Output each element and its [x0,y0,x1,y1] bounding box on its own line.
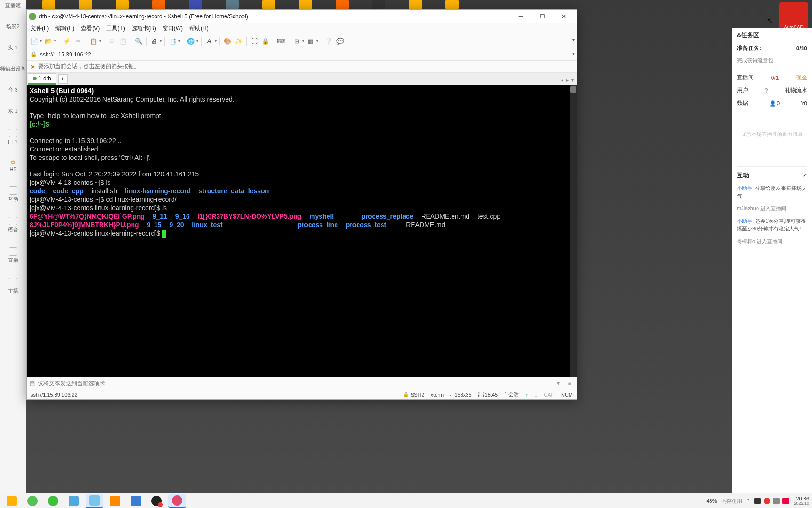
taskbar-app[interactable] [3,494,21,508]
toolbar-overflow-icon[interactable]: ▾ [572,37,575,42]
menu-tools[interactable]: 工具(T) [106,24,125,32]
taskbar-app[interactable] [65,494,83,508]
ls-dir: 9_20 [169,221,184,229]
ls-dir: code [30,187,45,195]
clock-date: 2022/10 [794,501,809,506]
print-icon[interactable]: 🖨 [149,37,159,46]
scrollbar-thumb[interactable] [570,86,576,93]
ready-sub: 完成获得流量包 [737,57,807,64]
transfer-icon[interactable]: 📑 [168,37,177,46]
taskbar-app[interactable] [127,494,145,508]
address-url[interactable]: ssh://1.15.39.106:22 [40,51,91,58]
ls-dir: process_replace [361,213,414,220]
ready-count: 0/10 [796,45,807,52]
streaming-left-panel: 直播姬 场景2 头 1 频输出设备 音 3 东 1 口 1 ✿H5 互动 语音 … [0,0,26,508]
task-area-title: &任务区 [737,31,759,40]
lp-label: H5 [9,167,16,172]
font-icon[interactable]: A [204,37,214,46]
term-line: Connection established. [30,145,100,153]
menu-file[interactable]: 文件(F) [31,24,49,32]
maximize-button[interactable]: ☐ [531,10,553,23]
properties-icon[interactable]: 📋 [89,37,98,46]
ls-img: 8J%JLF0P4%]9]MNBTRKH}PU.png [30,221,139,229]
menu-view[interactable]: 查看(V) [81,24,100,32]
taskbar-app[interactable] [44,494,62,508]
tab-session[interactable]: 1 dth [28,73,56,85]
checkbox-icon[interactable] [9,129,17,137]
terminal-scrollbar[interactable] [570,85,577,377]
open-icon[interactable]: 📂 [44,37,53,46]
bookmark-arrow-icon[interactable]: ➤ [31,64,35,70]
menu-edit[interactable]: 编辑(E) [55,24,74,32]
terminal[interactable]: Xshell 5 (Build 0964) Copyright (c) 2002… [27,85,577,377]
lock-icon[interactable]: 🔒 [261,37,270,46]
send-dropdown-icon[interactable]: ▾ [554,379,562,388]
new-session-icon[interactable]: 📄 [30,37,39,46]
layout-icon[interactable]: ▦ [306,37,315,46]
tab-list-icon[interactable]: ▾ [571,78,574,83]
user-help-icon[interactable]: ? [765,87,768,94]
help-icon[interactable]: ❔ [324,37,334,46]
helper2-name: 小助手: [737,218,754,224]
anchor-icon[interactable] [9,278,17,286]
color-icon[interactable]: 🎨 [223,37,232,46]
taskbar-app[interactable] [23,494,41,508]
expand-icon[interactable]: ⤢ [803,172,807,179]
taskbar-app[interactable] [86,494,103,508]
ls-file: test.cpp [477,213,500,220]
globe-icon[interactable]: 🌐 [186,37,195,46]
tray-icon[interactable] [782,498,789,504]
menu-tabs[interactable]: 选项卡(B) [132,24,156,32]
ls-file: install.sh [92,187,117,195]
close-button[interactable]: ✕ [553,10,575,23]
hint-text: 要添加当前会话，点击左侧的箭头按钮。 [38,63,140,71]
keyboard-icon[interactable]: ⌨ [276,37,286,46]
menu-help[interactable]: 帮助(H) [189,24,209,32]
tray-icon[interactable] [764,498,770,504]
app-icon [29,13,36,20]
money: ¥0 [801,100,807,107]
highlight-icon[interactable]: ✨ [234,37,243,46]
interact-icon[interactable] [9,186,17,195]
add-tab-button[interactable]: + [58,74,68,84]
disconnect-icon[interactable]: ✂ [73,37,83,46]
taskbar-app[interactable] [106,494,124,508]
minimize-button[interactable]: ─ [510,10,531,23]
send-menu-icon[interactable]: ≡ [565,379,574,388]
menu-window[interactable]: 窗口(W) [163,24,183,32]
lp-label: 互动 [8,196,18,203]
toolbar: 📄▾ 📂▾ ⚡ ✂ 📋▾ ⧉ 📋 🔍 🖨▾ 📑▾ 🌐▾ A▾ 🎨 ✨ ⛶ 🔒 ⌨… [27,34,577,48]
window-title: dth - cjx@VM-4-13-centos:~/linux-learnin… [39,13,510,20]
taskbar-app[interactable] [148,494,165,508]
live-icon[interactable] [9,247,17,256]
ls-dir: structure_data_lesson [199,187,269,195]
address-dropdown-icon[interactable]: ▾ [572,51,575,56]
voice-icon[interactable] [9,217,17,225]
tab-label: 1 dth [39,75,51,82]
send-target-icon[interactable]: ▤ [30,380,35,387]
taskbar-app-xshell[interactable] [168,494,186,508]
status-num: NUM [561,392,573,397]
status-bar: ssh://1.15.39.106:22 🔒SSH2 xterm ⌐ 158x3… [27,389,577,399]
menubar: 文件(F) 编辑(E) 查看(V) 工具(T) 选项卡(B) 窗口(W) 帮助(… [27,23,577,34]
gift-label[interactable]: 礼物流水 [785,87,807,95]
fullscreen-icon[interactable]: ⛶ [250,37,259,46]
autocad-icon[interactable]: AutoCAD [779,2,808,31]
tab-next-icon[interactable]: ▸ [566,78,569,83]
tray-chevron-icon[interactable]: ˄ [747,498,750,504]
user-label[interactable]: 用户 [737,87,748,95]
copy-icon[interactable]: ⧉ [107,37,117,46]
find-icon[interactable]: 🔍 [134,37,143,46]
tray-icon[interactable] [773,498,780,504]
chat-icon[interactable]: 💬 [336,37,345,46]
ls-file: README.en.md [421,213,469,220]
reconnect-icon[interactable]: ⚡ [62,37,71,46]
lock-icon: 🔒 [31,51,37,57]
tray-icon[interactable] [754,498,761,504]
send-input[interactable] [38,380,551,387]
tab-prev-icon[interactable]: ◂ [561,78,563,83]
term-line: Xshell 5 (Build 0964) [30,87,94,95]
add-icon[interactable]: ⊞ [292,37,301,46]
titlebar[interactable]: dth - cjx@VM-4-13-centos:~/linux-learnin… [27,10,577,23]
paste-icon[interactable]: 📋 [118,37,128,46]
